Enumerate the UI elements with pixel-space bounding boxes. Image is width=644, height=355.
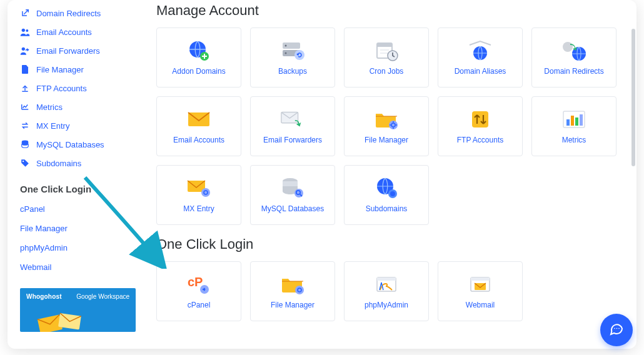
app-panel: Domain Redirects Email Accounts Email Fo… (8, 0, 636, 349)
svg-point-57 (618, 328, 620, 329)
sidebar-item-label: File Manager (20, 224, 68, 233)
svg-point-12 (285, 52, 287, 54)
card-email-accounts[interactable]: Email Accounts (156, 96, 241, 156)
card-ftp-accounts[interactable]: FTP Accounts (438, 96, 523, 156)
main-content: Manage Account Addon Domains Backups (139, 0, 636, 349)
sidebar-heading-one-click-login: One Click Login (20, 184, 134, 194)
card-backups[interactable]: Backups (250, 28, 335, 88)
sidebar-item-email-forwarders[interactable]: Email Forwarders (20, 41, 134, 60)
card-label: MX Entry (183, 204, 214, 213)
sidebar-item-label: Email Accounts (36, 28, 92, 37)
svg-point-48 (295, 286, 304, 294)
card-webmail[interactable]: Webmail (438, 261, 523, 321)
svg-point-37 (201, 188, 210, 197)
sidebar-item-metrics[interactable]: Metrics (20, 98, 134, 116)
svg-point-56 (616, 328, 618, 329)
svg-point-0 (22, 29, 25, 32)
card-cpanel[interactable]: cP cPanel (156, 261, 241, 321)
card-subdomains[interactable]: Subdomains (344, 165, 429, 225)
upload-icon (20, 83, 30, 93)
card-mysql-databases[interactable]: MySQL Databases (250, 165, 335, 225)
sidebar-item-label: Metrics (36, 102, 63, 112)
card-addon-domains[interactable]: Addon Domains (156, 28, 241, 88)
promo-banner[interactable]: Whogohost Google Workspace (20, 288, 136, 332)
card-domain-aliases[interactable]: Domain Aliases (438, 28, 523, 88)
svg-point-4 (23, 161, 24, 162)
sidebar-item-email-accounts[interactable]: Email Accounts (20, 22, 134, 41)
sidebar-item-subdomains[interactable]: Subdomains (20, 154, 134, 172)
sidebar-item-label: File Manager (36, 65, 84, 74)
promo-brand-right: Google Workspace (76, 293, 129, 300)
sidebar-login-phpmyadmin[interactable]: phpMyAdmin (20, 238, 134, 258)
scrollbar-track[interactable] (631, 4, 635, 339)
sidebar-login-webmail[interactable]: Webmail (20, 258, 134, 277)
database-icon (20, 139, 30, 149)
card-mx-entry[interactable]: MX Entry (156, 165, 241, 225)
globe-add-icon (186, 39, 212, 62)
card-label: Cron Jobs (370, 67, 404, 76)
card-label: FTP Accounts (457, 136, 503, 144)
svg-rect-51 (377, 278, 396, 281)
card-email-forwarders[interactable]: Email Forwarders (250, 96, 335, 156)
card-label: Subdomains (366, 204, 408, 213)
chat-fab[interactable] (600, 314, 633, 346)
calendar-clock-icon (373, 39, 400, 62)
sidebar-item-label: cPanel (20, 204, 45, 214)
folder-gear-icon (279, 273, 306, 296)
card-label: Domain Redirects (544, 67, 603, 76)
envelope-icon (186, 108, 212, 131)
promo-envelopes-icon (34, 306, 84, 332)
card-label: phpMyAdmin (365, 301, 408, 309)
card-label: Email Accounts (173, 136, 224, 144)
card-login-file-manager[interactable]: File Manager (250, 261, 335, 321)
sidebar-login-filemanager[interactable]: File Manager (20, 219, 134, 238)
ftp-icon (467, 108, 493, 131)
globe-sub-icon (373, 177, 400, 199)
globe-alias-icon (467, 39, 493, 62)
sidebar-item-mysql-databases[interactable]: MySQL Databases (20, 135, 134, 154)
svg-point-45 (390, 191, 395, 196)
globe-redirect-icon (561, 39, 587, 62)
card-label: Backups (278, 67, 307, 76)
redirect-icon (20, 8, 30, 18)
sidebar-item-label: Domain Redirects (36, 9, 101, 18)
scrollbar-thumb[interactable] (631, 29, 635, 166)
sidebar-item-mx-entry[interactable]: MX Entry (20, 116, 134, 135)
svg-text:cP: cP (188, 275, 203, 289)
bar-chart-icon (561, 108, 587, 131)
sidebar-item-label: FTP Accounts (36, 84, 87, 93)
sidebar-item-ftp-accounts[interactable]: FTP Accounts (20, 79, 134, 98)
sidebar: Domain Redirects Email Accounts Email Fo… (8, 0, 139, 349)
svg-point-13 (294, 50, 304, 60)
card-metrics[interactable]: Metrics (531, 96, 616, 156)
sidebar-item-domain-redirects[interactable]: Domain Redirects (20, 4, 134, 22)
card-domain-redirects[interactable]: Domain Redirects (531, 28, 616, 88)
card-file-manager[interactable]: File Manager (344, 96, 429, 156)
card-label: File Manager (365, 136, 408, 144)
card-label: Webmail (466, 301, 495, 309)
sidebar-item-label: Webmail (20, 262, 51, 272)
promo-brand-left: Whogohost (26, 293, 62, 300)
svg-rect-15 (377, 43, 392, 47)
server-refresh-icon (279, 39, 306, 62)
sidebar-item-label: MySQL Databases (36, 140, 104, 149)
webmail-icon (467, 273, 493, 296)
svg-point-55 (614, 328, 615, 329)
card-cron-jobs[interactable]: Cron Jobs (344, 28, 429, 88)
tag-icon (20, 158, 30, 168)
sidebar-item-file-manager[interactable]: File Manager (20, 60, 134, 79)
users-share-icon (20, 46, 30, 56)
file-icon (20, 64, 30, 74)
svg-point-1 (26, 29, 28, 32)
card-phpmyadmin[interactable]: phpMyAdmin (344, 261, 429, 321)
sidebar-item-label: MX Entry (36, 121, 69, 131)
card-label: cPanel (188, 301, 211, 309)
svg-point-11 (285, 45, 287, 47)
chat-icon (609, 321, 624, 339)
sidebar-login-cpanel[interactable]: cPanel (20, 199, 134, 219)
svg-rect-30 (472, 111, 488, 128)
card-label: File Manager (271, 301, 314, 309)
card-label: Addon Domains (172, 67, 225, 76)
svg-point-2 (22, 48, 25, 51)
envelope-forward-icon (279, 108, 306, 131)
